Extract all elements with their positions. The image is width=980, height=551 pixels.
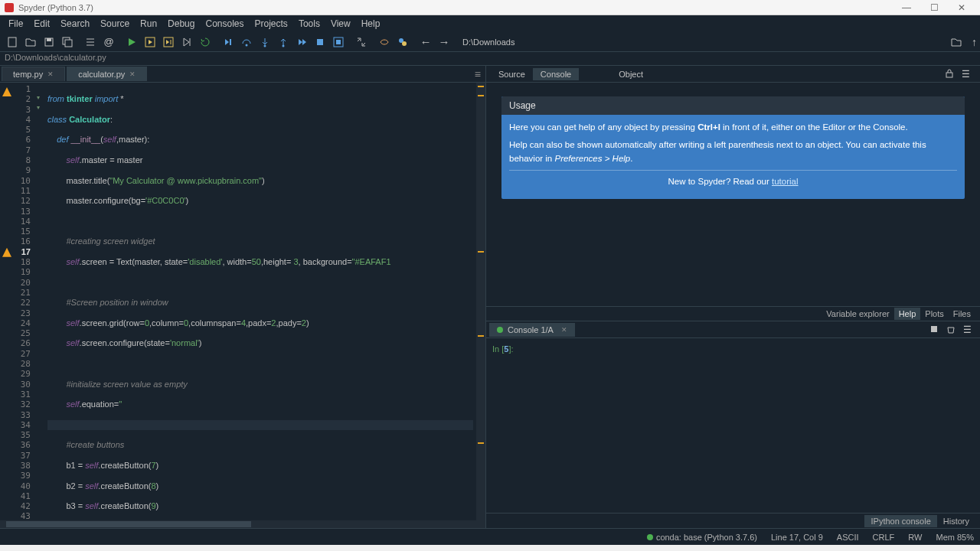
line-numbers: 1234567891011121314151617181920212223242… <box>14 83 35 520</box>
status-line-col[interactable]: Line 17, Col 9 <box>771 533 823 542</box>
editor-scroll-indicator[interactable] <box>476 83 485 520</box>
svg-rect-24 <box>931 326 937 332</box>
open-file-icon[interactable] <box>22 34 39 51</box>
lock-icon[interactable] <box>945 69 956 80</box>
svg-rect-20 <box>336 40 341 44</box>
tutorial-link[interactable]: tutorial <box>772 177 799 186</box>
menu-search[interactable]: Search <box>55 17 95 31</box>
at-icon[interactable]: @ <box>100 34 117 51</box>
code-editor[interactable]: 1234567891011121314151617181920212223242… <box>0 83 485 520</box>
svg-point-15 <box>264 44 266 47</box>
file-path-bar: D:\Downloads\calculator.py <box>0 52 980 66</box>
options-icon[interactable]: ☰ <box>962 69 972 80</box>
menu-consoles[interactable]: Consoles <box>200 17 249 31</box>
editor-pane: temp.py✕ calculator.py✕ ≡ 12345678910111… <box>0 66 486 528</box>
menu-edit[interactable]: Edit <box>28 17 55 31</box>
menu-help[interactable]: Help <box>356 17 386 31</box>
forward-icon[interactable]: → <box>436 34 452 51</box>
tab-temp-label: temp.py <box>13 70 43 79</box>
browse-dir-icon[interactable] <box>948 34 965 51</box>
tab-calculator-label: calculator.py <box>78 70 125 79</box>
help-console-tab[interactable]: Console <box>533 68 579 80</box>
console-tab-1a[interactable]: Console 1/A ✕ <box>489 323 575 337</box>
tabs-menu-icon[interactable]: ≡ <box>475 68 481 80</box>
console-tabbar: Console 1/A ✕ ☰ <box>486 321 980 338</box>
run-icon[interactable] <box>123 34 140 51</box>
close-button[interactable]: ✕ <box>948 1 975 15</box>
run-cell-advance-icon[interactable] <box>160 34 177 51</box>
help-panel: Usage Here you can get help of any objec… <box>486 83 980 306</box>
window-title: Spyder (Python 3.7) <box>18 3 893 12</box>
maximize-button[interactable]: ☐ <box>920 1 948 15</box>
status-encoding[interactable]: ASCII <box>837 533 859 542</box>
tab-history[interactable]: History <box>937 515 975 527</box>
svg-point-17 <box>283 44 285 47</box>
parent-dir-icon[interactable]: ↑ <box>972 36 977 48</box>
stop-debug-icon[interactable] <box>312 34 328 51</box>
help-box: Usage Here you can get help of any objec… <box>501 96 965 199</box>
tab-files[interactable]: Files <box>949 308 975 320</box>
outline-icon[interactable] <box>82 34 99 51</box>
menu-file[interactable]: File <box>3 17 28 31</box>
close-tab-icon[interactable]: ✕ <box>129 70 136 78</box>
menu-source[interactable]: Source <box>95 17 135 31</box>
console-body[interactable]: In [5]: <box>486 338 980 513</box>
status-mem: Mem 85% <box>936 533 974 542</box>
maximize-pane-icon[interactable] <box>353 34 370 51</box>
console-clear-icon[interactable] <box>946 324 957 335</box>
menu-view[interactable]: View <box>325 17 356 31</box>
debug-cell-icon[interactable] <box>330 34 347 51</box>
save-all-icon[interactable] <box>59 34 76 51</box>
warning-gutter <box>0 83 14 520</box>
console-bottom-tabs: IPython console History <box>486 513 980 528</box>
status-eol[interactable]: CRLF <box>873 533 895 542</box>
help-body: Here you can get help of any object by p… <box>501 115 965 199</box>
run-selection-icon[interactable] <box>178 34 195 51</box>
right-pane: Source Console Object ☰ Usage Here you c… <box>486 66 980 528</box>
tab-temp[interactable]: temp.py✕ <box>2 67 65 81</box>
console-tab-label: Console 1/A <box>508 325 554 334</box>
close-console-icon[interactable]: ✕ <box>561 326 567 334</box>
continue-icon[interactable] <box>293 34 310 51</box>
step-into-icon[interactable] <box>256 34 273 51</box>
menu-tools[interactable]: Tools <box>293 17 325 31</box>
step-over-icon[interactable] <box>238 34 255 51</box>
tab-help[interactable]: Help <box>894 308 921 320</box>
editor-hscrollbar[interactable] <box>0 520 485 528</box>
svg-rect-0 <box>8 37 16 47</box>
svg-point-22 <box>402 41 407 46</box>
menu-projects[interactable]: Projects <box>250 17 293 31</box>
svg-rect-2 <box>47 38 51 41</box>
titlebar: Spyder (Python 3.7) — ☐ ✕ <box>0 0 980 15</box>
back-icon[interactable]: ← <box>417 34 434 51</box>
tab-ipython-console[interactable]: IPython console <box>864 515 936 527</box>
save-icon[interactable] <box>41 34 57 51</box>
svg-point-13 <box>246 44 248 46</box>
run-cell-icon[interactable] <box>142 34 158 51</box>
menu-run[interactable]: Run <box>135 17 162 31</box>
working-directory[interactable]: D:\Downloads <box>456 36 947 48</box>
pythonpath-icon[interactable] <box>376 34 393 51</box>
python-icon[interactable] <box>394 34 411 51</box>
right-mid-tabs: Variable explorer Help Plots Files <box>486 306 980 321</box>
tab-calculator[interactable]: calculator.py✕ <box>67 67 147 81</box>
close-tab-icon[interactable]: ✕ <box>47 70 54 78</box>
menu-debug[interactable]: Debug <box>162 17 200 31</box>
svg-rect-18 <box>317 39 323 45</box>
rerun-icon[interactable] <box>197 34 214 51</box>
console-options-icon[interactable]: ☰ <box>963 324 974 335</box>
step-out-icon[interactable] <box>275 34 292 51</box>
tab-plots[interactable]: Plots <box>920 308 948 320</box>
console-prompt: In [5]: <box>492 344 974 354</box>
status-conda[interactable]: conda: base (Python 3.7.6) <box>647 533 757 542</box>
editor-tabbar: temp.py✕ calculator.py✕ ≡ <box>0 66 485 83</box>
help-source-tab[interactable]: Source <box>491 68 533 80</box>
tab-variable-explorer[interactable]: Variable explorer <box>822 308 893 320</box>
code-area[interactable]: from tkinter import * class Calculator: … <box>44 83 476 520</box>
debug-icon[interactable] <box>220 34 237 51</box>
minimize-button[interactable]: — <box>893 1 920 15</box>
help-object-label: Object <box>611 68 651 80</box>
new-file-icon[interactable] <box>4 34 21 51</box>
console-stop-icon[interactable] <box>929 324 940 335</box>
main-area: temp.py✕ calculator.py✕ ≡ 12345678910111… <box>0 66 980 528</box>
